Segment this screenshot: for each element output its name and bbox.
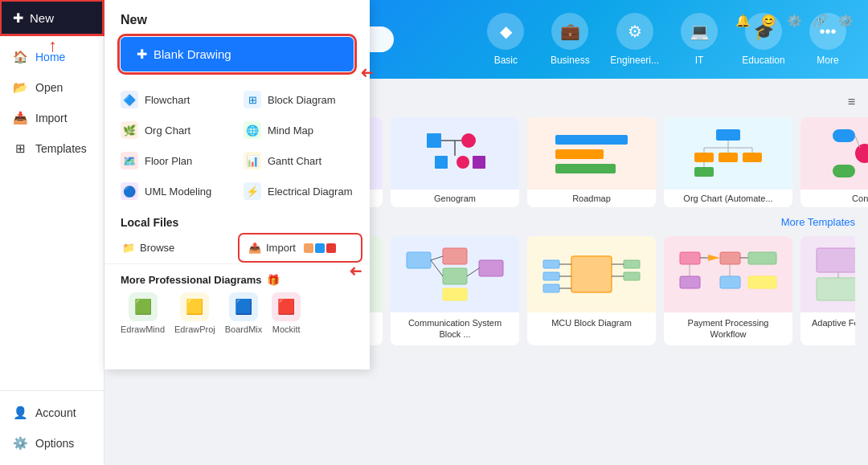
link-icon[interactable]: 🔗: [809, 10, 831, 32]
svg-rect-20: [473, 156, 485, 169]
more-pro-section: More Professional Diagrams 🎁 🟩 EdrawMind…: [104, 263, 370, 334]
browse-button[interactable]: 📁 Browse: [114, 235, 234, 260]
category-basic[interactable]: ◆ Basic: [481, 13, 530, 66]
svg-point-19: [457, 156, 469, 169]
sidebar-bottom: 👤 Account ⚙️ Options: [0, 390, 104, 465]
svg-rect-88: [817, 278, 855, 300]
sidebar-item-open-label: Open: [35, 81, 63, 94]
edrawmind-icon: 🟩: [129, 292, 158, 321]
more-templates-link[interactable]: More Templates: [781, 216, 855, 228]
svg-line-62: [431, 260, 443, 276]
settings-icon-2[interactable]: ⚙️: [834, 10, 857, 32]
filter-icon[interactable]: ≡: [848, 95, 855, 109]
recent-card-concept[interactable]: Conce: [800, 117, 868, 207]
it-icon: 💻: [681, 13, 718, 50]
diagram-type-floor[interactable]: 🗺️ Floor Plan: [114, 145, 237, 176]
template-payment-workflow[interactable]: Payment Processing Workflow: [664, 236, 792, 345]
sidebar-item-account[interactable]: 👤 Account: [0, 398, 104, 428]
notification-icon[interactable]: 🔔: [731, 10, 754, 32]
sidebar-item-open[interactable]: 📂 Open: [0, 72, 104, 103]
svg-rect-64: [571, 256, 612, 292]
category-engineering[interactable]: ⚙ Engineeri...: [610, 13, 659, 66]
svg-rect-67: [543, 284, 559, 292]
diagram-type-flowchart[interactable]: 🔷 Flowchart: [114, 84, 237, 115]
gantt-chart-icon: 📊: [244, 152, 261, 169]
svg-line-40: [855, 136, 860, 148]
sidebar-item-options-label: Options: [35, 437, 74, 450]
import-icon-blue: [315, 243, 325, 253]
diagram-type-block-label: Block Diagram: [268, 94, 336, 106]
education-label: Education: [742, 55, 784, 66]
pro-app-edrawmind[interactable]: 🟩 EdrawMind: [121, 292, 165, 334]
template-communication-block[interactable]: Communication System Block ...: [391, 236, 519, 345]
arrow-annotation-up: ↑: [48, 35, 57, 56]
sidebar-item-import[interactable]: 📥 Import: [0, 103, 104, 133]
svg-line-63: [467, 268, 479, 276]
edrawproj-label: EdrawProj: [174, 324, 215, 334]
pro-app-mockitt[interactable]: 🟥 Mockitt: [272, 292, 301, 334]
basic-icon: ◆: [487, 13, 524, 50]
diagram-type-mind[interactable]: 🌐 Mind Map: [237, 115, 360, 145]
new-button-label: New: [30, 11, 54, 25]
settings-icon-1[interactable]: ⚙️: [783, 10, 805, 32]
recent-card-orgchart[interactable]: Org Chart (Automate...: [664, 117, 792, 207]
adaptive-selection-thumb: [800, 236, 855, 312]
topbar-icons: 🔔 😊 ⚙️ 🔗 ⚙️: [720, 0, 868, 42]
more-label: More: [817, 55, 838, 66]
svg-rect-22: [555, 149, 604, 159]
recent-card-genogram[interactable]: Genogram: [391, 117, 519, 207]
uml-icon: 🔵: [121, 182, 138, 200]
category-it[interactable]: 💻 IT: [675, 13, 723, 66]
concept-label: Conce: [800, 190, 868, 207]
mcu-block-label: MCU Block Diagram: [527, 312, 656, 333]
svg-point-35: [855, 144, 868, 163]
pro-app-boardmix[interactable]: 🟦 BoardMix: [225, 292, 262, 334]
diagram-type-gantt[interactable]: 📊 Gantt Chart: [237, 145, 360, 176]
diagram-type-org[interactable]: 🌿 Org Chart: [114, 115, 237, 145]
svg-rect-36: [833, 129, 855, 142]
new-button[interactable]: ✚ New: [0, 0, 104, 35]
business-label: Business: [551, 55, 590, 66]
communication-block-label: Communication System Block ...: [391, 312, 519, 345]
pro-apps-row: 🟩 EdrawMind 🟨 EdrawProj 🟦 BoardMix 🟥 Moc…: [121, 292, 354, 334]
svg-rect-34: [694, 167, 714, 177]
sidebar-item-options[interactable]: ⚙️ Options: [0, 428, 104, 459]
import-button[interactable]: 📤 Import: [240, 235, 360, 260]
business-icon: 💼: [551, 13, 588, 50]
sidebar-item-import-label: Import: [35, 112, 68, 124]
sidebar-item-templates[interactable]: ⊞ Templates: [0, 133, 104, 164]
diagram-type-org-label: Org Chart: [145, 124, 190, 137]
import-label: Import: [266, 242, 296, 254]
local-files-title: Local Files: [104, 206, 370, 235]
local-files-row: 📁 Browse 📤 Import: [104, 235, 370, 260]
edrawproj-icon: 🟨: [180, 292, 209, 321]
template-mcu-block[interactable]: MCU Block Diagram: [527, 236, 656, 345]
edrawmind-label: EdrawMind: [121, 324, 165, 334]
blank-drawing-button[interactable]: ✚ Blank Drawing: [121, 37, 354, 71]
arrow-annotation-search: ➜: [360, 63, 374, 82]
pro-app-edrawproj[interactable]: 🟨 EdrawProj: [174, 292, 215, 334]
diagram-type-electrical[interactable]: ⚡ Electrical Diagram: [237, 176, 360, 206]
orgchart-thumb: [664, 117, 792, 190]
svg-rect-75: [680, 252, 700, 264]
flowchart-icon: 🔷: [121, 91, 138, 108]
plus-icon: ✚: [13, 10, 23, 26]
diagram-types-grid: 🔷 Flowchart ⊞ Block Diagram 🌿 Org Chart …: [104, 84, 370, 206]
boardmix-label: BoardMix: [225, 324, 262, 334]
roadmap-thumb: [527, 117, 656, 190]
user-avatar-icon[interactable]: 😊: [757, 10, 780, 32]
payment-workflow-label: Payment Processing Workflow: [664, 312, 792, 345]
recent-card-roadmap[interactable]: Roadmap: [527, 117, 656, 207]
arrow-annotation-import: ➜: [349, 261, 362, 280]
template-adaptive-selection[interactable]: Adaptive Feature Selection S...: [800, 236, 855, 345]
mockitt-label: Mockitt: [272, 324, 301, 334]
category-business[interactable]: 💼 Business: [546, 13, 594, 66]
svg-rect-86: [817, 248, 855, 272]
diagram-type-flowchart-label: Flowchart: [145, 94, 190, 106]
diagram-type-uml[interactable]: 🔵 UML Modeling: [114, 176, 237, 206]
diagram-type-block[interactable]: ⊞ Block Diagram: [237, 84, 360, 115]
import-icon: 📥: [13, 111, 27, 125]
mind-map-icon: 🌐: [244, 121, 261, 139]
orgchart-label: Org Chart (Automate...: [664, 190, 792, 207]
more-pro-title-text: More Professional Diagrams: [121, 274, 262, 286]
